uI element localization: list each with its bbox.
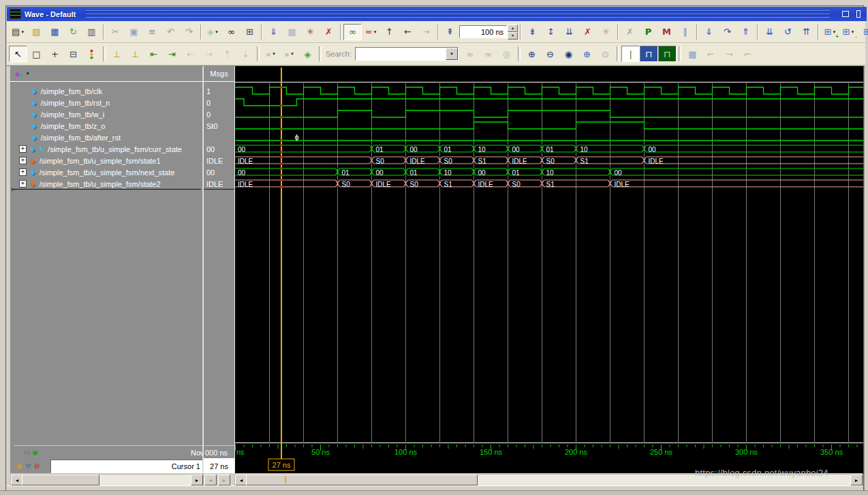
zoom-out-button[interactable]: ⊖ xyxy=(541,46,559,62)
zoom-full-button[interactable]: ◉ xyxy=(559,46,578,62)
signal-row-state2[interactable]: +◆/simple_fsm_tb/u_simple_fsm/state2 xyxy=(10,178,202,190)
step-out-button[interactable]: ⇑ xyxy=(737,24,755,40)
edit-wave-button[interactable]: ⊞✎ xyxy=(858,24,868,40)
view-cursor-values-button[interactable]: ∣ xyxy=(621,46,640,62)
save-button[interactable]: ▦ xyxy=(46,24,64,40)
clipboard-icon[interactable]: ▱ xyxy=(16,449,22,456)
edit-mode-button[interactable]: ⊟ xyxy=(64,46,82,62)
insertion-point-up-button[interactable]: ⇞ xyxy=(441,24,459,40)
signal-row-rst_n[interactable]: ◆/simple_fsm_tb/rst_n xyxy=(10,97,202,108)
new-file-button[interactable]: ▤▼ xyxy=(9,24,27,40)
wave-scroll-right-icon[interactable]: ► xyxy=(850,475,863,485)
expand-time-button[interactable]: ↕ xyxy=(542,24,560,40)
view-waveform-filled-button[interactable]: ⊓ xyxy=(658,46,677,62)
select-mode-button[interactable]: ↖ xyxy=(9,46,27,62)
close-icon xyxy=(856,10,861,18)
stoplight-button[interactable]: ● xyxy=(82,46,101,62)
print-button[interactable]: ▥ xyxy=(82,24,101,40)
names-hscrollbar[interactable]: ◄ ► xyxy=(10,474,204,486)
signal-row-next_state[interactable]: +◆/simple_fsm_tb/u_simple_fsm/next_state xyxy=(10,166,202,178)
step-over-instance-button[interactable]: ↺ xyxy=(779,24,797,40)
wrench-icon[interactable]: ⚒ xyxy=(25,462,31,470)
insert-cursor-button[interactable]: ⊥ xyxy=(108,46,126,62)
signal-name-panel[interactable]: ◆ ▼ ▱ ▭ ◉ Now ◉ ⚒ ⊖ Cursor 1 xyxy=(10,66,202,474)
prev-transition-icon: ⇤ xyxy=(150,50,157,59)
lock-icon[interactable]: ◉ xyxy=(16,462,22,470)
delete-time-button[interactable]: ✗ xyxy=(578,24,597,40)
waveform-canvas[interactable]: ϕ000100011000011000IDLES0IDLES0S1IDLES0S… xyxy=(235,66,863,474)
remove-cursor-icon[interactable]: ⊖ xyxy=(34,462,40,470)
open-button[interactable]: ▧ xyxy=(27,24,46,40)
delete-wave-group-button[interactable]: ⊞-▼ xyxy=(839,24,858,40)
search-jump-button[interactable]: ◈ xyxy=(298,46,317,62)
run-length-spinner[interactable]: ▲▼ xyxy=(508,25,518,40)
delete-wave-button[interactable]: ✗ xyxy=(320,24,338,40)
expand-plus-icon[interactable]: + xyxy=(19,168,27,176)
paste-button[interactable]: ≡ xyxy=(143,24,161,40)
find-checkpoint-button[interactable]: ✳ xyxy=(301,24,320,40)
link-signals-button[interactable]: ∞ xyxy=(343,24,362,40)
view-waveform-button[interactable]: ⊓ xyxy=(640,46,658,62)
add-wave-button[interactable]: ⊞+▼ xyxy=(821,24,839,40)
pan-mode-button[interactable]: + xyxy=(46,46,64,62)
close-button[interactable] xyxy=(853,10,864,19)
add-time-icon[interactable]: ◉ xyxy=(32,449,38,456)
wave-scroll-thumb[interactable] xyxy=(246,475,478,485)
find-button[interactable]: ∞ xyxy=(222,24,241,40)
undock-button[interactable] xyxy=(840,10,851,19)
step-over-button[interactable]: ↷ xyxy=(718,24,737,40)
scrollbar-row: ◄ ► ◄ ► ◄ ► xyxy=(7,473,863,485)
zoom-out-icon: ⊖ xyxy=(546,50,554,59)
title-bar[interactable]: Wave - Default xyxy=(7,7,867,21)
search-dropdown-icon[interactable]: ▼ xyxy=(446,48,458,60)
cursor-name-field[interactable]: Cursor 1 xyxy=(50,460,202,473)
expand-plus-icon[interactable]: + xyxy=(19,180,27,188)
expand-plus-icon[interactable]: + xyxy=(19,145,27,153)
run-length-input[interactable]: 100 ns xyxy=(459,25,507,38)
zoom-mode-button[interactable]: □ xyxy=(27,46,46,62)
restore-cursor-button[interactable]: ⇟ xyxy=(523,24,542,40)
monitor-icon[interactable]: ▭ xyxy=(24,449,30,456)
profile-button[interactable]: P xyxy=(639,24,657,40)
zoom-cursor-button[interactable]: ⊕ xyxy=(578,46,596,62)
signal-row-state1[interactable]: +◆/simple_fsm_tb/u_simple_fsm/state1 xyxy=(10,155,202,166)
prev-transition-button[interactable]: ⇤ xyxy=(144,46,163,62)
bus-value-next_state: 00 xyxy=(376,169,384,177)
bus-value-next_state: 10 xyxy=(546,169,555,177)
move-left-button[interactable]: ← xyxy=(399,24,417,40)
signal-row-z_o[interactable]: ◆/simple_fsm_tb/z_o xyxy=(10,120,202,132)
collapse-time-button[interactable]: ⇊ xyxy=(560,24,578,40)
step-into-instance-button[interactable]: ⇊ xyxy=(760,24,779,40)
signal-row-clk[interactable]: ◆/simple_fsm_tb/clk xyxy=(10,85,202,97)
expand-tree-button[interactable]: ⊞ xyxy=(241,24,259,40)
delete-cursor-button[interactable]: ⊥ xyxy=(126,46,144,62)
names-scroll-thumb[interactable] xyxy=(22,475,99,485)
add-selected-button[interactable]: ≈▼ xyxy=(362,24,380,40)
signal-panel-header[interactable]: ◆ ▼ xyxy=(10,66,202,82)
signal-row-w_i[interactable]: ◆/simple_fsm_tb/w_i xyxy=(10,108,202,120)
prev-rising-edge-icon: ⇠ xyxy=(187,50,194,59)
memory-profile-button[interactable]: M xyxy=(657,24,676,40)
log-button[interactable]: ⇓ xyxy=(264,24,283,40)
step-into-button[interactable]: ⇓ xyxy=(700,24,718,40)
copy-icon: ▣ xyxy=(129,27,138,36)
signal-row-curr_state[interactable]: +◆↻/simple_fsm_tb/u_simple_fsm/curr_stat… xyxy=(10,143,202,155)
zoom-in-button[interactable]: ⊕ xyxy=(523,46,541,62)
reload-button[interactable]: ↻ xyxy=(64,24,82,40)
wave-hscrollbar[interactable]: ◄ ► xyxy=(234,474,863,486)
signal-row-after_rst[interactable]: ◆/simple_fsm_tb/after_rst xyxy=(10,132,202,143)
cursor-time-label[interactable]: 27 ns xyxy=(273,461,291,469)
next-transition-button[interactable]: ⇥ xyxy=(163,46,181,62)
step-out-instance-button[interactable]: ⇈ xyxy=(797,24,816,40)
cursor-value: 27 ns xyxy=(203,458,234,474)
expand-plus-icon[interactable]: + xyxy=(19,157,27,164)
cursor-crossing xyxy=(281,168,283,170)
bus-value-state1: IDLE xyxy=(512,158,528,165)
waveform-area[interactable]: ϕ000100011000011000IDLES0IDLES0S1IDLES0S… xyxy=(234,66,863,474)
pause-button[interactable]: ∥ xyxy=(676,24,694,40)
search-input[interactable]: ▼ xyxy=(355,47,459,61)
expand-tree-icon: ⊞ xyxy=(246,27,253,36)
move-up-button[interactable]: ↑ xyxy=(380,24,399,40)
scroll-right-icon[interactable]: ► xyxy=(191,475,203,485)
bus-value-state2: S0 xyxy=(342,181,351,188)
